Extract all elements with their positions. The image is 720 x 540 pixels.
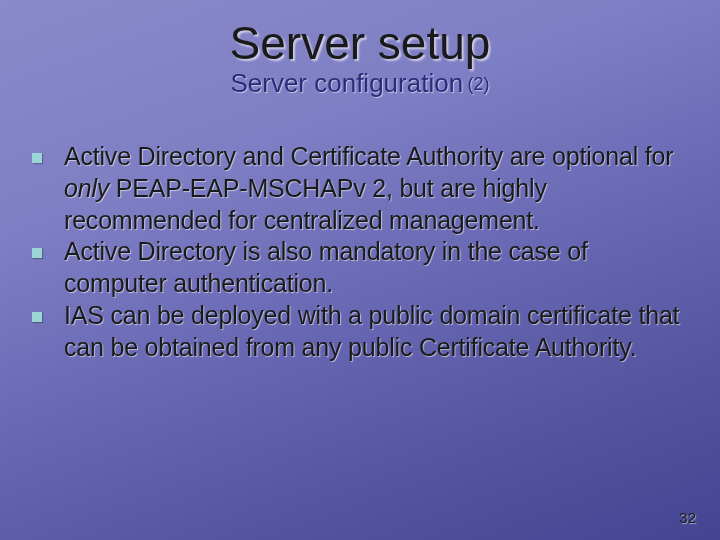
list-item-text: Active Directory is also mandatory in th… bbox=[64, 236, 690, 300]
page-number: 32 bbox=[679, 509, 696, 526]
square-bullet-icon bbox=[32, 248, 42, 258]
slide-subtitle-row: Server configuration (2) bbox=[28, 68, 692, 99]
slide-title: Server setup bbox=[28, 16, 692, 70]
list-item-text: Active Directory and Certificate Authori… bbox=[64, 141, 690, 236]
list-item: Active Directory is also mandatory in th… bbox=[32, 236, 690, 300]
text-em: only bbox=[64, 174, 109, 202]
list-item: Active Directory and Certificate Authori… bbox=[32, 141, 690, 236]
square-bullet-icon bbox=[32, 312, 42, 322]
slide-subtitle-number: (2) bbox=[468, 74, 490, 94]
text-pre: Active Directory is also mandatory in th… bbox=[64, 237, 588, 297]
list-item-text: IAS can be deployed with a public domain… bbox=[64, 300, 690, 364]
slide-subtitle: Server configuration bbox=[230, 68, 463, 98]
text-pre: IAS can be deployed with a public domain… bbox=[64, 301, 679, 361]
list-item: IAS can be deployed with a public domain… bbox=[32, 300, 690, 364]
text-pre: Active Directory and Certificate Authori… bbox=[64, 142, 673, 170]
slide: Server setup Server configuration (2) Ac… bbox=[0, 0, 720, 540]
slide-content: Active Directory and Certificate Authori… bbox=[28, 141, 692, 363]
square-bullet-icon bbox=[32, 153, 42, 163]
text-post: PEAP-EAP-MSCHAPv 2, but are highly recom… bbox=[64, 174, 547, 234]
